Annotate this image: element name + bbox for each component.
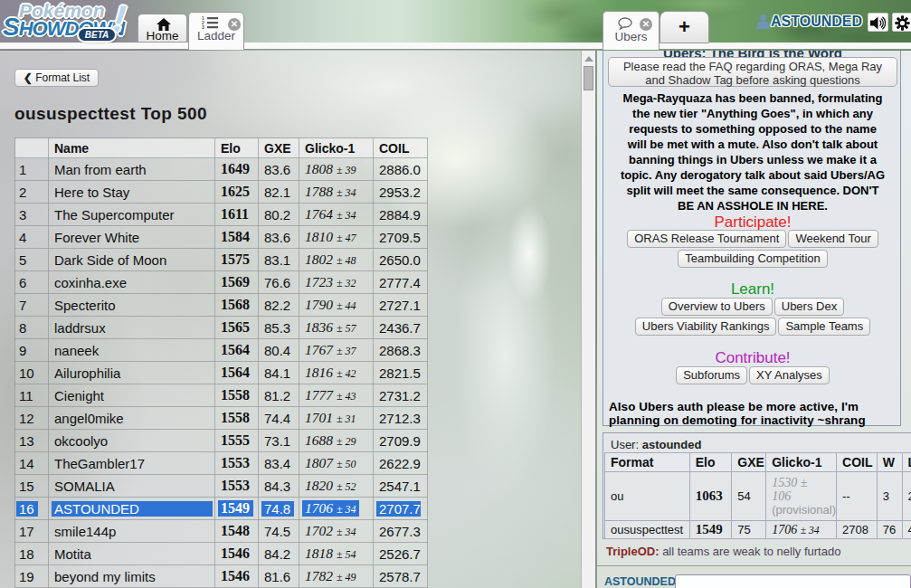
svg-text:3: 3 xyxy=(202,24,204,29)
